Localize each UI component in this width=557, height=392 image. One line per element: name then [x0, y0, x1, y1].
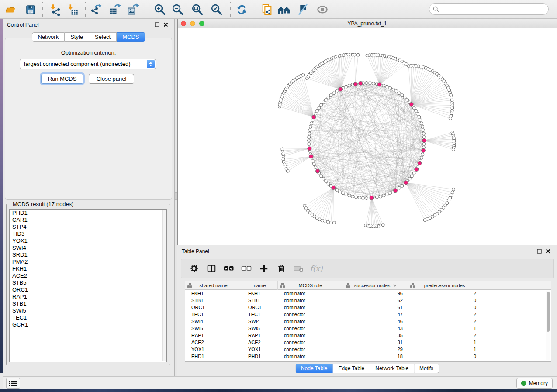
mcds-result-item[interactable]: PHD1 [10, 210, 166, 217]
cell-successor-nodes[interactable]: 96 [343, 290, 408, 297]
tab-motifs[interactable]: Motifs [414, 364, 439, 373]
mcds-result-item[interactable]: GCR1 [10, 321, 166, 328]
list-scrollbar[interactable] [162, 210, 166, 361]
zoom-in-icon[interactable] [153, 3, 166, 16]
cell-predecessor-nodes[interactable]: 2 [408, 311, 481, 318]
cell-predecessor-nodes[interactable]: 2 [408, 290, 481, 297]
deselect-all-icon[interactable] [241, 263, 252, 274]
search-input[interactable] [429, 3, 549, 15]
column-header-predecessor-nodes[interactable]: predecessor nodes [408, 281, 481, 290]
cell-name[interactable]: SWI5 [242, 325, 278, 332]
cell-predecessor-nodes[interactable]: 1 [408, 339, 481, 346]
mcds-result-item[interactable]: SRD1 [10, 251, 166, 258]
column-header-name[interactable]: name [242, 281, 278, 290]
tab-select[interactable]: Select [89, 32, 117, 42]
tab-edge-table[interactable]: Edge Table [333, 364, 370, 373]
table-row[interactable]: FKH1FKH1dominator962 [185, 290, 551, 297]
mcds-result-item[interactable]: CAR1 [10, 217, 166, 224]
cell-shared-name[interactable]: SWI5 [185, 325, 242, 332]
table-row[interactable]: ORC1ORC1dominator610 [185, 304, 551, 311]
mcds-result-item[interactable]: SWI5 [10, 307, 166, 314]
tab-network-table[interactable]: Network Table [370, 364, 414, 373]
cell-name[interactable]: TEC1 [242, 311, 278, 318]
float-panel-icon[interactable] [537, 249, 542, 254]
network-graph[interactable] [178, 28, 557, 245]
mcds-result-item[interactable]: STB1 [10, 300, 166, 307]
mcds-result-item[interactable]: STP4 [10, 224, 166, 230]
cell-mcds-role[interactable]: connector [278, 346, 343, 353]
clone-network-icon[interactable] [260, 3, 273, 16]
cell-name[interactable]: ACE2 [242, 339, 278, 346]
cell-name[interactable]: PHD1 [242, 353, 278, 360]
cell-name[interactable]: RAP1 [242, 332, 278, 339]
import-network-icon[interactable] [48, 3, 62, 16]
cell-shared-name[interactable]: SWI4 [185, 318, 242, 325]
optimization-select[interactable]: largest connected component (undirected) [20, 59, 156, 69]
settings-gear-icon[interactable] [188, 263, 200, 274]
cell-shared-name[interactable]: RAP1 [185, 332, 242, 339]
float-panel-icon[interactable] [155, 22, 159, 27]
cell-name[interactable]: FKH1 [242, 290, 278, 297]
import-table-icon[interactable] [66, 3, 79, 16]
cell-successor-nodes[interactable]: 46 [343, 318, 408, 325]
add-row-icon[interactable] [258, 263, 270, 274]
cell-shared-name[interactable]: ORC1 [185, 304, 242, 311]
task-history-button[interactable] [6, 378, 20, 389]
run-mcds-button[interactable]: Run MCDS [41, 74, 83, 84]
cell-successor-nodes[interactable]: 29 [343, 346, 408, 353]
tab-mcds[interactable]: MCDS [117, 32, 145, 42]
cell-predecessor-nodes[interactable]: 0 [408, 304, 481, 311]
cell-mcds-role[interactable]: connector [278, 339, 343, 346]
first-neighbors-icon[interactable] [277, 3, 291, 16]
zoom-out-icon[interactable] [171, 3, 184, 16]
mcds-result-item[interactable]: TID3 [10, 230, 166, 237]
cell-mcds-role[interactable]: connector [278, 325, 343, 332]
cell-name[interactable]: YOX1 [242, 346, 278, 353]
table-scrollbar-thumb[interactable] [547, 292, 550, 332]
cell-mcds-role[interactable]: dominator [278, 304, 343, 311]
cell-successor-nodes[interactable]: 31 [343, 339, 408, 346]
cell-mcds-role[interactable]: dominator [278, 353, 343, 360]
mcds-result-item[interactable]: PMA2 [10, 258, 166, 265]
close-panel-icon[interactable] [546, 249, 550, 254]
table-row[interactable]: YOX1YOX1connector291 [185, 346, 551, 353]
select-all-icon[interactable] [223, 263, 235, 274]
table-row[interactable]: SWI5SWI5connector431 [185, 325, 551, 332]
search-field[interactable] [441, 6, 548, 12]
mcds-result-item[interactable]: RAP1 [10, 293, 166, 300]
table-row[interactable]: STB1STB1dominator620 [185, 297, 551, 304]
cell-predecessor-nodes[interactable]: 1 [408, 346, 481, 353]
table-row[interactable]: RAP1RAP1dominator352 [185, 332, 551, 339]
zoom-fit-icon[interactable] [191, 3, 204, 16]
cell-shared-name[interactable]: ACE2 [185, 339, 242, 346]
column-header-shared-name[interactable]: shared name [185, 281, 242, 290]
cell-mcds-role[interactable]: dominator [278, 297, 343, 304]
column-chooser-icon[interactable] [206, 263, 217, 274]
cell-name[interactable]: STB1 [242, 297, 278, 304]
mcds-result-item[interactable]: STB5 [10, 279, 166, 286]
cell-successor-nodes[interactable]: 18 [343, 353, 408, 360]
cell-shared-name[interactable]: FKH1 [185, 290, 242, 297]
mcds-result-item[interactable]: YOX1 [10, 237, 166, 244]
cell-name[interactable]: SWI4 [242, 318, 278, 325]
column-header-mcds-role[interactable]: MCDS role [278, 281, 343, 290]
cell-predecessor-nodes[interactable]: 2 [408, 318, 481, 325]
cell-mcds-role[interactable]: dominator [278, 318, 343, 325]
cell-shared-name[interactable]: YOX1 [185, 346, 242, 353]
cell-successor-nodes[interactable]: 61 [343, 304, 408, 311]
mcds-result-item[interactable]: ORC1 [10, 286, 166, 293]
table-row[interactable]: SWI4SWI4dominator462 [185, 318, 551, 325]
cell-successor-nodes[interactable]: 62 [343, 297, 408, 304]
cell-shared-name[interactable]: TEC1 [185, 311, 242, 318]
mcds-result-item[interactable]: TEC1 [10, 314, 166, 321]
zoom-selected-icon[interactable] [210, 3, 223, 16]
network-window-titlebar[interactable]: YPA_prune.txt_1 [178, 19, 557, 28]
hide-selected-icon[interactable] [297, 3, 310, 16]
cell-mcds-role[interactable]: dominator [278, 290, 343, 297]
close-panel-icon[interactable] [163, 22, 168, 27]
delete-row-icon[interactable] [276, 263, 287, 274]
network-canvas[interactable] [178, 28, 557, 245]
cell-predecessor-nodes[interactable]: 0 [408, 353, 481, 360]
cell-predecessor-nodes[interactable]: 0 [408, 297, 481, 304]
delete-table-icon[interactable] [293, 263, 304, 274]
